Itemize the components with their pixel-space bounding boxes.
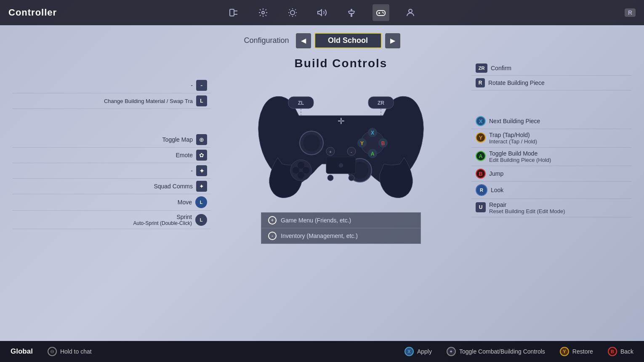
inventory-icon: - — [268, 232, 277, 240]
svg-text:⊕: ⊕ — [338, 162, 343, 169]
right-label-interact: Interact (Tap / Hold) — [489, 138, 537, 145]
right-label-jump: Jump — [489, 170, 503, 177]
gear-nav-icon[interactable] — [255, 4, 271, 21]
right-label-rotate: Rotate Building Piece — [488, 79, 545, 86]
config-next-button[interactable]: ▶ — [385, 33, 400, 48]
left-label-emote: Emote — [176, 152, 193, 159]
accessibility-nav-icon[interactable] — [343, 4, 360, 21]
brightness-nav-icon[interactable] — [284, 4, 301, 21]
game-menu-label: Game Menu (Friends, etc.) — [281, 217, 351, 224]
svg-text:Y: Y — [360, 140, 364, 146]
left-label-2: Change Building Material / Swap Tra — [104, 98, 193, 104]
svg-marker-5 — [318, 10, 322, 16]
right-label-next-piece: Next Building Piece — [489, 118, 540, 124]
global-label: Global — [11, 347, 33, 356]
svg-text:-: - — [351, 150, 352, 154]
left-label-move: Move — [178, 199, 192, 206]
profile-nav-icon[interactable] — [402, 4, 419, 21]
right-item-next-piece: X Next Building Piece — [471, 114, 631, 129]
right-label-toggle-build: Toggle Build Mode — [489, 150, 551, 157]
svg-point-42 — [349, 175, 354, 181]
left-label-squad: Squad Comms — [154, 183, 193, 190]
right-item-build-mode: A Toggle Build Mode Edit Building Piece … — [471, 148, 631, 166]
svg-point-23 — [303, 167, 309, 174]
svg-point-20 — [298, 162, 304, 169]
left-badge-1: - — [196, 80, 207, 91]
left-panel: - - Change Building Material / Swap Tra … — [13, 57, 210, 244]
left-label-minus2: - — [191, 167, 193, 174]
svg-text:+: + — [329, 150, 332, 154]
svg-point-18 — [303, 135, 320, 151]
right-panel: ZR Confirm R Rotate Building Piece X Nex… — [471, 57, 631, 244]
bottom-item-apply[interactable]: X Apply — [404, 347, 432, 356]
volume-nav-icon[interactable] — [314, 4, 330, 21]
toggle-label: Toggle Combat/Building Controls — [459, 348, 545, 355]
r-badge: R — [625, 8, 636, 17]
nav-icons — [225, 4, 419, 21]
left-label-1: - — [191, 82, 193, 89]
page-title: Controller — [8, 7, 57, 18]
svg-point-10 — [382, 12, 383, 13]
game-menu-icon: + — [268, 216, 277, 225]
right-item-repair: U Repair Reset Building Edit (Edit Mode) — [471, 199, 631, 217]
svg-point-3 — [262, 11, 264, 14]
right-label-repair: Repair — [489, 201, 565, 208]
svg-point-6 — [351, 9, 352, 11]
restore-badge: Y — [560, 347, 569, 356]
svg-text:ZL: ZL — [298, 100, 304, 106]
restore-label: Restore — [572, 348, 593, 355]
right-badge-a: A — [476, 151, 486, 161]
svg-text:ZR: ZR — [378, 100, 384, 106]
svg-text:B: B — [381, 140, 385, 146]
back-badge: B — [608, 347, 617, 356]
left-item-toggle-map: Toggle Map ⊕ — [13, 132, 210, 148]
right-item-confirm: ZR Confirm — [471, 61, 631, 76]
right-item-trap: Y Trap (Tap/Hold) Interact (Tap / Hold) — [471, 129, 631, 148]
bottom-item-toggle[interactable]: ✦ Toggle Combat/Building Controls — [447, 347, 545, 356]
svg-point-11 — [383, 13, 384, 13]
right-badge-rstick: R — [476, 184, 487, 196]
svg-point-4 — [290, 11, 295, 15]
bottom-item-back[interactable]: B Back — [608, 347, 633, 356]
right-badge-y: Y — [476, 132, 486, 143]
build-controls-title: Build Controls — [295, 57, 388, 70]
bottom-menu-area: + Game Menu (Friends, etc.) - Inventory … — [261, 212, 421, 244]
controller-svg: ZL ZR — [253, 74, 429, 225]
inventory-label: Inventory (Management, etc.) — [281, 233, 358, 239]
left-label-sprint: Sprint — [133, 214, 192, 220]
right-badge-x: X — [476, 116, 486, 126]
apply-label: Apply — [417, 348, 432, 355]
right-label-reset: Reset Building Edit (Edit Mode) — [489, 208, 565, 214]
left-item-emote: Emote ✿ — [13, 148, 210, 163]
left-item-minus2: - ✦ — [13, 163, 210, 179]
right-badge-zr: ZR — [476, 63, 487, 73]
right-badge-r: R — [476, 78, 485, 87]
top-bar: Controller R — [0, 0, 644, 25]
back-label: Back — [620, 348, 633, 355]
right-badge-b: B — [476, 169, 486, 179]
left-label-toggle-map: Toggle Map — [162, 136, 193, 143]
controller-center: Build Controls ZL ZR — [210, 57, 471, 244]
right-item-jump: B Jump — [471, 166, 631, 182]
left-badge-minus2: ✦ — [196, 165, 207, 176]
left-item-sprint: Sprint Auto-Sprint (Double-Click) L — [13, 211, 210, 229]
menu-item-game: + Game Menu (Friends, etc.) — [261, 212, 421, 228]
right-label-look: Look — [491, 187, 503, 193]
left-item-squad: Squad Comms ✦ — [13, 179, 210, 194]
left-badge-toggle-map: ⊕ — [196, 134, 207, 145]
right-badge-u: U — [476, 202, 486, 212]
menu-item-inventory: - Inventory (Management, etc.) — [261, 228, 421, 244]
bottom-item-restore[interactable]: Y Restore — [560, 347, 593, 356]
left-label-autosprint: Auto-Sprint (Double-Click) — [133, 220, 192, 226]
controller-nav-icon[interactable] — [373, 4, 389, 21]
config-prev-button[interactable]: ◀ — [296, 33, 311, 48]
right-label-edit-piece: Edit Building Piece (Hold) — [489, 157, 551, 163]
left-badge-sprint: L — [195, 214, 207, 226]
left-badge-move: L — [195, 196, 207, 208]
svg-text:X: X — [371, 130, 374, 136]
apply-badge: X — [404, 347, 414, 356]
config-name: Old School — [314, 33, 382, 48]
bottom-item-chat[interactable]: ⊖ Hold to chat — [48, 347, 92, 356]
config-label: Configuration — [244, 36, 289, 45]
l-nav-icon[interactable] — [225, 4, 242, 21]
